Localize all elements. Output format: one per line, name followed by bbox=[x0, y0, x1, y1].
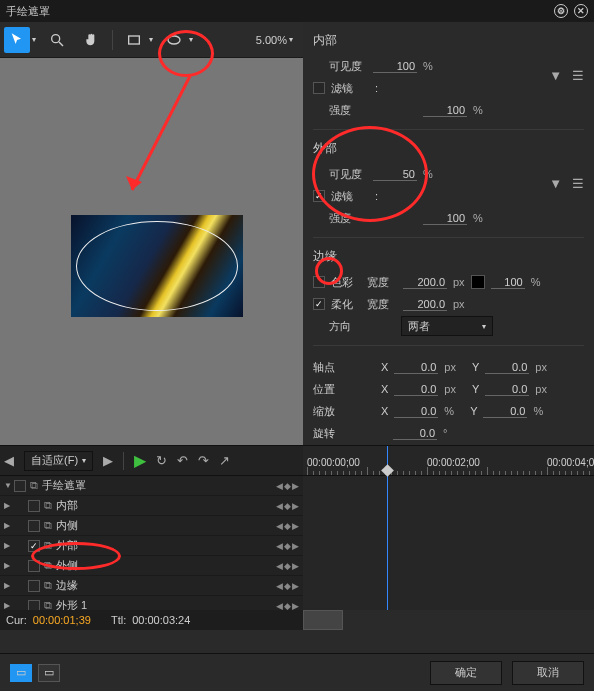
next-key-icon[interactable]: ▶ bbox=[292, 601, 299, 611]
expand-icon[interactable]: ▶ bbox=[4, 581, 14, 590]
inner-visibility-unit: % bbox=[423, 60, 433, 72]
zoom-value[interactable]: 5.00% bbox=[256, 34, 287, 46]
expand-icon[interactable]: ▶ bbox=[4, 521, 14, 530]
ruler-label: 00:00:04;0 bbox=[547, 457, 594, 468]
filter-funnel-icon[interactable]: ▼ bbox=[549, 176, 562, 191]
ellipse-tool-icon[interactable] bbox=[161, 27, 187, 53]
tree-item-label: 外部 bbox=[56, 538, 276, 553]
timeline-tree-row[interactable]: ▶⧉内部◀◆▶ bbox=[0, 496, 303, 516]
tree-enable-checkbox[interactable] bbox=[28, 500, 40, 512]
key-diamond-icon[interactable]: ◆ bbox=[284, 541, 291, 551]
inner-filter-checkbox[interactable] bbox=[313, 82, 325, 94]
rect-dropdown-icon[interactable]: ▾ bbox=[149, 35, 153, 44]
outer-visibility-input[interactable]: 50 bbox=[373, 168, 417, 181]
key-diamond-icon[interactable]: ◆ bbox=[284, 581, 291, 591]
next-key-icon[interactable]: ▶ bbox=[292, 541, 299, 551]
scale-y-input[interactable]: 0.0 bbox=[483, 405, 527, 418]
timeline-tree-row[interactable]: ▶⧉外侧◀◆▶ bbox=[0, 556, 303, 576]
close-icon[interactable]: ✕ bbox=[574, 4, 588, 18]
pointer-dropdown-icon[interactable]: ▾ bbox=[32, 35, 36, 44]
filter-list-icon[interactable]: ☰ bbox=[572, 68, 584, 83]
preview-canvas[interactable] bbox=[0, 58, 303, 445]
pointer-tool[interactable] bbox=[4, 27, 30, 53]
next-key-icon[interactable]: ▶ bbox=[292, 521, 299, 531]
expand-icon[interactable]: ▶ bbox=[4, 601, 14, 610]
key-diamond-icon[interactable]: ◆ bbox=[284, 521, 291, 531]
anchor-x-input[interactable]: 0.0 bbox=[394, 361, 438, 374]
prev-key-icon[interactable]: ◀ bbox=[276, 541, 283, 551]
next-key-icon[interactable]: ▶ bbox=[292, 501, 299, 511]
tl-prev-icon[interactable]: ◀ bbox=[4, 453, 14, 468]
outer-filter-checkbox[interactable]: ✓ bbox=[313, 190, 325, 202]
timeline-tree-row[interactable]: ▶⧉边缘◀◆▶ bbox=[0, 576, 303, 596]
timeline-ruler[interactable]: 00:00:00;00 00:00:02;00 00:00:04;0 bbox=[303, 457, 594, 475]
settings-icon[interactable]: ⚙ bbox=[554, 4, 568, 18]
ok-button[interactable]: 确定 bbox=[430, 661, 502, 685]
zoom-tool-icon[interactable] bbox=[44, 27, 70, 53]
next-key-icon[interactable]: ▶ bbox=[292, 481, 299, 491]
play-icon[interactable]: ▶ bbox=[134, 451, 146, 470]
rectangle-tool-icon[interactable] bbox=[121, 27, 147, 53]
tree-visibility-checkbox[interactable] bbox=[14, 480, 26, 492]
scale-x-input[interactable]: 0.0 bbox=[394, 405, 438, 418]
edge-soften-checkbox[interactable]: ✓ bbox=[313, 298, 325, 310]
next-key-icon[interactable]: ▶ bbox=[292, 561, 299, 571]
redo-icon[interactable]: ↷ bbox=[198, 453, 209, 468]
timeline-tree-row[interactable]: ▶⧉内侧◀◆▶ bbox=[0, 516, 303, 536]
graph-icon[interactable]: ↗ bbox=[219, 453, 230, 468]
expand-icon[interactable]: ▶ bbox=[4, 501, 14, 510]
pos-y-input[interactable]: 0.0 bbox=[485, 383, 529, 396]
hand-tool-icon[interactable] bbox=[78, 27, 104, 53]
ellipse-dropdown-icon[interactable]: ▾ bbox=[189, 35, 193, 44]
mask-ellipse-outline[interactable] bbox=[76, 221, 238, 311]
undo-icon[interactable]: ↶ bbox=[177, 453, 188, 468]
tree-enable-checkbox[interactable] bbox=[28, 600, 40, 611]
rotation-input[interactable]: 0.0 bbox=[393, 427, 437, 440]
fit-select[interactable]: 自适应(F) ▾ bbox=[24, 451, 93, 471]
prev-key-icon[interactable]: ◀ bbox=[276, 521, 283, 531]
loop-icon[interactable]: ↻ bbox=[156, 453, 167, 468]
tree-enable-checkbox[interactable] bbox=[28, 580, 40, 592]
edge-width1-input[interactable]: 200.0 bbox=[403, 276, 447, 289]
inner-strength-input[interactable]: 100 bbox=[423, 104, 467, 117]
inner-visibility-input[interactable]: 100 bbox=[373, 60, 417, 73]
filter-list-icon[interactable]: ☰ bbox=[572, 176, 584, 191]
tree-enable-checkbox[interactable] bbox=[28, 520, 40, 532]
timeline-tree-row[interactable]: ▶⧉外形 1◀◆▶ bbox=[0, 596, 303, 610]
outer-visibility-unit: % bbox=[423, 168, 433, 180]
position-label: 位置 bbox=[313, 382, 351, 397]
key-diamond-icon[interactable]: ◆ bbox=[284, 501, 291, 511]
zoom-dropdown-icon[interactable]: ▾ bbox=[289, 35, 293, 44]
timeline-scrollbar[interactable] bbox=[303, 610, 594, 630]
prev-key-icon[interactable]: ◀ bbox=[276, 561, 283, 571]
expand-icon[interactable]: ▶ bbox=[4, 541, 14, 550]
key-diamond-icon[interactable]: ◆ bbox=[284, 561, 291, 571]
pos-x-input[interactable]: 0.0 bbox=[394, 383, 438, 396]
timeline-tree-row[interactable]: ▼⧉手绘遮罩◀◆▶ bbox=[0, 476, 303, 496]
expand-icon[interactable]: ▼ bbox=[4, 481, 14, 490]
prev-key-icon[interactable]: ◀ bbox=[276, 501, 283, 511]
expand-icon[interactable]: ▶ bbox=[4, 561, 14, 570]
edge-direction-select[interactable]: 两者 ▾ bbox=[401, 316, 493, 336]
edge-color-checkbox[interactable] bbox=[313, 276, 325, 288]
tl-next-icon[interactable]: ▶ bbox=[103, 453, 113, 468]
filter-funnel-icon[interactable]: ▼ bbox=[549, 68, 562, 83]
cancel-button[interactable]: 取消 bbox=[512, 661, 584, 685]
tree-enable-checkbox[interactable]: ✓ bbox=[28, 540, 40, 552]
tree-enable-checkbox[interactable] bbox=[28, 560, 40, 572]
layout-mode-2[interactable]: ▭ bbox=[38, 664, 60, 682]
key-diamond-icon[interactable]: ◆ bbox=[284, 601, 291, 611]
px-unit: px bbox=[444, 361, 456, 373]
prev-key-icon[interactable]: ◀ bbox=[276, 581, 283, 591]
layout-mode-1[interactable]: ▭ bbox=[10, 664, 32, 682]
timeline-tree-row[interactable]: ▶✓⧉外部◀◆▶ bbox=[0, 536, 303, 556]
edge-pct-input[interactable]: 100 bbox=[491, 276, 525, 289]
next-key-icon[interactable]: ▶ bbox=[292, 581, 299, 591]
prev-key-icon[interactable]: ◀ bbox=[276, 481, 283, 491]
key-diamond-icon[interactable]: ◆ bbox=[284, 481, 291, 491]
outer-strength-input[interactable]: 100 bbox=[423, 212, 467, 225]
edge-color-swatch[interactable] bbox=[471, 275, 485, 289]
edge-width2-input[interactable]: 200.0 bbox=[403, 298, 447, 311]
prev-key-icon[interactable]: ◀ bbox=[276, 601, 283, 611]
anchor-y-input[interactable]: 0.0 bbox=[485, 361, 529, 374]
